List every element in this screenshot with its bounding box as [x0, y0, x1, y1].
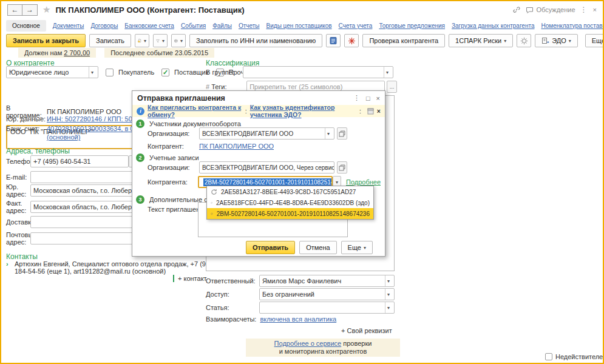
pin-panel-icon[interactable]: [367, 108, 374, 115]
mutual-analytics-link[interactable]: включена вся аналитика: [260, 315, 336, 323]
save-close-button[interactable]: Записать и закрыть: [6, 34, 86, 47]
chevron-down-icon[interactable]: ▾: [325, 128, 331, 139]
dropdown-item-1[interactable]: 2AE581A3127-8BEE-4493-9C8D-167C5951AD27: [207, 186, 373, 197]
entity-type-select[interactable]: Юридическое лицо ▾: [6, 66, 98, 78]
add-contact-link[interactable]: + контакт: [173, 275, 207, 282]
help-link-identifier[interactable]: Как узнать идентификатор участника ЭДО?: [250, 104, 356, 118]
invalid-checkbox[interactable]: [545, 353, 552, 360]
discussion-button[interactable]: Обсуждение: [526, 6, 575, 14]
risks-button[interactable]: [344, 34, 359, 47]
chevron-down-icon[interactable]: ▾: [384, 67, 390, 78]
spark-risks-button[interactable]: 1СПАРК Риски▾: [449, 34, 513, 47]
tab-bank-accounts[interactable]: Банковские счета: [124, 22, 174, 29]
chevron-down-icon[interactable]: ▾: [385, 302, 392, 313]
supplier-checkbox[interactable]: ✓: [161, 69, 169, 76]
close-window-icon[interactable]: ×: [593, 6, 597, 13]
create-based-button[interactable]: ▾: [135, 34, 149, 47]
kebab-menu-icon[interactable]: ⋮: [580, 5, 588, 14]
debt-amount-link[interactable]: 2 700,00: [64, 49, 90, 56]
send-button[interactable]: Отправить: [246, 241, 295, 254]
in-program-value[interactable]: ПК ПАКПОЛИМЕР ООО: [47, 108, 121, 115]
open-organization-button[interactable]: [337, 127, 347, 140]
entity-type-value: Юридическое лицо: [9, 69, 69, 76]
copy-link-icon[interactable]: [512, 5, 521, 14]
tab-supplier-nomenclature[interactable]: Номенклатура поставщиков: [541, 22, 604, 29]
bank-account-link2[interactable]: (основной): [47, 133, 80, 141]
dialog-more-button[interactable]: Еще▾: [341, 241, 373, 254]
help-bar-close-icon[interactable]: ×: [377, 107, 381, 115]
settings-button[interactable]: [517, 34, 531, 47]
mutual-label: Взаиморасчеты:: [206, 315, 256, 323]
article-select[interactable]: ▾: [259, 302, 395, 314]
responsible-select[interactable]: Ямилов Марс Фанилевич▾: [259, 275, 395, 287]
organizations-select[interactable]: ВСЕЭЛЕКТРОДВИГАТЕЛИ ООО, Через сервис 1С…: [199, 161, 334, 174]
phone-input[interactable]: +7 (495) 640-54-31: [30, 155, 129, 167]
favorite-star-icon[interactable]: ★: [42, 4, 50, 15]
supplier-checkbox-row[interactable]: ✓Поставщик: [161, 69, 208, 76]
dossier-icon: [329, 36, 338, 45]
save-button[interactable]: Записать: [89, 34, 131, 47]
contractor-link[interactable]: ПК ПАКПОЛИМЕР ООО: [199, 143, 274, 150]
access-select[interactable]: Без ограничений▾: [259, 288, 395, 300]
dialog-kebab-icon[interactable]: ⋮: [353, 94, 360, 102]
expand-chevron-icon[interactable]: ›: [6, 260, 15, 268]
access-label: Доступ:: [206, 291, 259, 298]
help-separator: :: [245, 107, 247, 115]
tab-main[interactable]: Основное: [6, 20, 46, 32]
check-contractor-button[interactable]: Проверка контрагента: [362, 34, 445, 47]
more-button[interactable]: Еще▾: [585, 34, 604, 47]
chevron-down-icon[interactable]: ▾: [385, 275, 392, 286]
tab-reports[interactable]: Отчеты: [239, 22, 260, 29]
print-button[interactable]: ▾: [171, 34, 186, 47]
chevron-down-icon[interactable]: ▾: [89, 67, 95, 78]
window-header: ← → ★ ПК ПАКПОЛИМЕР ООО (Контрагент: Пос…: [1, 1, 603, 18]
delivery-label: Доставка:: [6, 218, 30, 226]
recipient-id-dropdown: 2AE581A3127-8BEE-4493-9C8D-167C5951AD27 …: [206, 186, 374, 220]
dialog-maximize-icon[interactable]: □: [366, 95, 370, 102]
service-text2: и мониторинга контрагентов: [279, 348, 367, 355]
tab-documents[interactable]: Документы: [53, 22, 84, 29]
dropdown-item-3-selected[interactable]: 2BM-5027280146-502701001-201910110825148…: [207, 208, 373, 219]
participants-section: 1 Участники документооборота: [136, 120, 241, 128]
organization-label: Организация:: [148, 130, 199, 137]
help-link-invite[interactable]: Как пригласить контрагента к обмену?: [148, 104, 242, 118]
service-info-block: Подробнее о сервисе проверки и мониторин…: [246, 339, 400, 357]
tab-data-load[interactable]: Загрузка данных контрагента: [452, 22, 534, 29]
group-select[interactable]: ▾: [243, 66, 393, 78]
fact-address-label: Факт.: [6, 200, 22, 207]
tab-price-types[interactable]: Виды цен поставщиков: [266, 22, 332, 29]
contacts-heading: Контакты: [6, 252, 38, 261]
participants-heading: Участники документооборота: [149, 120, 241, 127]
tab-trade-offers[interactable]: Торговые предложения: [379, 22, 445, 29]
dropdown-item-2[interactable]: 2AE5818FCE0-44FD-4E4B-8D8A-E4E9D33602DB …: [207, 197, 373, 208]
details-link[interactable]: Подробнее: [346, 178, 381, 186]
contractor-row: Контрагент: ПК ПАКПОЛИМЕР ООО: [148, 143, 274, 150]
cancel-button[interactable]: Отмена: [299, 241, 336, 254]
tab-events[interactable]: События: [181, 22, 206, 29]
back-button[interactable]: ←: [7, 4, 22, 16]
filter-button[interactable]: ▾: [153, 34, 168, 47]
accounts-heading: Учетные записи: [149, 154, 199, 161]
buyer-checkbox-row[interactable]: Покупатель: [106, 69, 154, 76]
invitation-dialog: Отправка приглашения ⋮ □ × i Как приглас…: [132, 90, 385, 257]
dialog-close-icon[interactable]: ×: [376, 95, 380, 102]
fill-by-inn-button[interactable]: Заполнить по ИНН или наименованию: [189, 34, 322, 47]
tab-contracts[interactable]: Договоры: [90, 22, 118, 29]
open-account-button[interactable]: [337, 161, 347, 174]
forward-button[interactable]: →: [22, 4, 38, 16]
edo-button[interactable]: ЭДО▾: [535, 34, 578, 47]
contact-text[interactable]: Артюхин Евгений, Специалист оптового отд…: [15, 260, 222, 275]
article-label: Статья:: [206, 304, 259, 311]
dossier-button[interactable]: [326, 34, 341, 47]
phone-row: Телефон: +7 (495) 640-54-31 ...: [6, 155, 139, 167]
custom-attribute-link[interactable]: + Свой реквизит: [341, 327, 392, 334]
tab-files[interactable]: Файлы: [212, 22, 232, 29]
buyer-checkbox[interactable]: [106, 69, 114, 76]
chevron-down-icon[interactable]: ▾: [385, 289, 392, 300]
organization-select[interactable]: ВСЕЭЛЕКТРОДВИГАТЕЛИ ООО▾: [199, 127, 334, 140]
contact-entry[interactable]: › Артюхин Евгений, Специалист оптового о…: [6, 260, 222, 275]
tags-more-button[interactable]: ...: [387, 81, 397, 93]
service-details-link[interactable]: Подробнее о сервисе: [274, 340, 342, 347]
nav-buttons: ← →: [7, 4, 38, 16]
tab-accounts[interactable]: Счета учета: [339, 22, 373, 29]
